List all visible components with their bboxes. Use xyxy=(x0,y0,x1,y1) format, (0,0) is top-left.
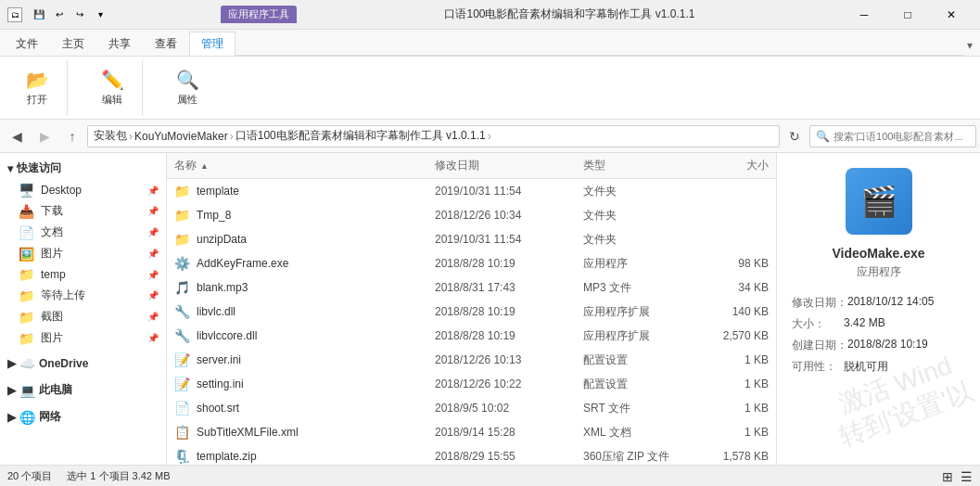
sidebar-item-temp[interactable]: 📁 temp 📌 xyxy=(0,264,166,285)
pin-icon-upload: 📌 xyxy=(147,290,159,301)
minimize-button[interactable]: ─ xyxy=(843,0,885,30)
file-name: Tmp_8 xyxy=(197,209,435,222)
file-name: shoot.srt xyxy=(197,402,435,415)
view-icons-btn[interactable]: ⊞ xyxy=(942,469,953,484)
ribbon-content: 📂 打开 ✏️ 编辑 🔍 属性 xyxy=(0,56,980,119)
edit-btn[interactable]: ✏️ 编辑 xyxy=(94,66,131,109)
address-bar[interactable]: 安装包 › KouYuMovieMaker › 口语100电影配音素材编辑和字幕… xyxy=(87,125,780,147)
sidebar-item-images[interactable]: 📁 图片 📌 xyxy=(0,327,166,349)
sort-icon: ▲ xyxy=(200,161,209,171)
pin-icon-images: 📌 xyxy=(147,333,159,343)
file-row[interactable]: ⚙️ AddKeyFrame.exe 2018/8/28 10:19 应用程序 … xyxy=(167,251,776,275)
file-icon: 📄 xyxy=(174,401,191,416)
detail-icon-area: 🎬 xyxy=(792,168,965,235)
refresh-button[interactable]: ↻ xyxy=(782,123,808,149)
detail-props: 修改日期： 2018/10/12 14:05 大小： 3.42 MB 创建日期：… xyxy=(792,295,965,375)
detail-modified-value: 2018/10/12 14:05 xyxy=(847,295,934,311)
file-area: 名称 ▲ 修改日期 类型 大小 📁 template 2019/10/31 11… xyxy=(167,153,776,465)
file-date: 2018/8/28 10:19 xyxy=(435,257,583,270)
app-icon: 🗂 xyxy=(7,7,22,22)
upload-icon: 📁 xyxy=(19,288,35,303)
file-row[interactable]: 📁 template 2019/10/31 11:54 文件夹 xyxy=(167,179,776,203)
detail-avail: 可用性： 脱机可用 xyxy=(792,359,965,375)
tab-view[interactable]: 查看 xyxy=(143,32,189,56)
qat-dropdown[interactable]: ▾ xyxy=(91,6,109,24)
file-row[interactable]: 📄 shoot.srt 2018/9/5 10:02 SRT 文件 1 KB xyxy=(167,396,776,420)
sidebar-item-download[interactable]: 📥 下载 📌 xyxy=(0,200,166,222)
file-type: 文件夹 xyxy=(583,208,694,224)
quick-access-header[interactable]: ▾ 快速访问 xyxy=(0,157,166,180)
file-row[interactable]: 📋 SubTitleXMLFile.xml 2018/9/14 15:28 XM… xyxy=(167,420,776,444)
detail-size: 大小： 3.42 MB xyxy=(792,316,965,332)
qat-redo[interactable]: ↪ xyxy=(70,6,89,24)
file-icon: 📋 xyxy=(174,425,191,440)
up-button[interactable]: ↑ xyxy=(59,123,85,149)
sidebar-item-pictures[interactable]: 🖼️ 图片 📌 xyxy=(0,243,166,264)
file-date: 2018/12/26 10:13 xyxy=(435,353,583,366)
file-row[interactable]: 🗜️ template.zip 2018/8/29 15:55 360压缩 ZI… xyxy=(167,444,776,465)
network-header[interactable]: ▶ 🌐 网络 xyxy=(0,405,166,428)
sidebar-item-upload[interactable]: 📁 等待上传 📌 xyxy=(0,285,166,306)
file-icon: 📁 xyxy=(174,184,191,198)
file-row[interactable]: 📝 setting.ini 2018/12/26 10:22 配置设置 1 KB xyxy=(167,372,776,396)
ribbon-group-edit: ✏️ 编辑 xyxy=(83,60,143,116)
app-tools-label: 应用程序工具 xyxy=(221,6,297,23)
file-name: libvlccore.dll xyxy=(197,329,435,342)
detail-filetype: 应用程序 xyxy=(792,264,965,280)
file-row[interactable]: 📁 unzipData 2019/10/31 11:54 文件夹 xyxy=(167,227,776,251)
window-controls: ─ □ ✕ xyxy=(843,0,973,30)
col-header-name[interactable]: 名称 ▲ xyxy=(174,158,435,173)
tab-file[interactable]: 文件 xyxy=(4,32,50,56)
search-box: 🔍 xyxy=(809,125,976,147)
file-row[interactable]: 🎵 blank.mp3 2018/8/31 17:43 MP3 文件 34 KB xyxy=(167,275,776,300)
file-row[interactable]: 🔧 libvlccore.dll 2018/8/28 10:19 应用程序扩展 … xyxy=(167,324,776,348)
col-header-type[interactable]: 类型 xyxy=(583,158,694,173)
ribbon-collapse[interactable]: ▾ xyxy=(963,35,976,56)
back-button[interactable]: ◀ xyxy=(4,123,30,149)
file-row[interactable]: 📁 Tmp_8 2018/12/26 10:34 文件夹 xyxy=(167,203,776,227)
thispc-header[interactable]: ▶ 💻 此电脑 xyxy=(0,378,166,402)
col-header-size[interactable]: 大小 xyxy=(694,158,769,173)
file-size: 34 KB xyxy=(694,281,769,294)
upload-label: 等待上传 xyxy=(41,288,85,303)
view-list-btn[interactable]: ☰ xyxy=(961,469,973,484)
tab-share[interactable]: 共享 xyxy=(96,32,143,56)
sidebar-item-desktop[interactable]: 🖥️ Desktop 📌 xyxy=(0,180,166,200)
onedrive-arrow: ▶ xyxy=(7,357,16,370)
open-btn[interactable]: 📂 打开 xyxy=(19,66,56,109)
file-icon: 🗜️ xyxy=(174,449,191,464)
status-right: ⊞ ☰ xyxy=(942,469,973,484)
detail-size-label: 大小： xyxy=(792,316,844,332)
file-name: SubTitleXMLFile.xml xyxy=(197,426,435,439)
screenshot-label: 截图 xyxy=(41,309,63,325)
properties-btn[interactable]: 🔍 属性 xyxy=(169,66,206,109)
tab-home[interactable]: 主页 xyxy=(50,32,96,56)
sidebar-item-screenshot[interactable]: 📁 截图 📌 xyxy=(0,306,166,327)
sidebar-item-docs[interactable]: 📄 文档 📌 xyxy=(0,222,166,243)
qat-undo[interactable]: ↩ xyxy=(50,6,69,24)
file-icon: 📝 xyxy=(174,352,191,367)
forward-button[interactable]: ▶ xyxy=(32,123,57,149)
file-type: SRT 文件 xyxy=(583,401,694,416)
file-size: 98 KB xyxy=(694,257,769,270)
col-header-date[interactable]: 修改日期 xyxy=(435,158,583,173)
network-icon: 🌐 xyxy=(19,410,35,425)
images-icon: 📁 xyxy=(19,331,35,346)
file-row[interactable]: 📝 server.ini 2018/12/26 10:13 配置设置 1 KB xyxy=(167,348,776,372)
onedrive-header[interactable]: ▶ ☁️ OneDrive xyxy=(0,352,166,375)
title-bar-icons: 🗂 xyxy=(7,7,22,22)
file-name: template xyxy=(197,185,435,198)
qat-save[interactable]: 💾 xyxy=(30,6,48,24)
maximize-button[interactable]: □ xyxy=(886,0,929,30)
search-input[interactable] xyxy=(834,131,970,142)
file-size: 140 KB xyxy=(694,305,769,318)
sidebar: ▾ 快速访问 🖥️ Desktop 📌 📥 下载 📌 📄 文档 📌 🖼️ 图片 xyxy=(0,153,167,465)
file-date: 2019/10/31 11:54 xyxy=(435,233,583,246)
file-date: 2018/12/26 10:34 xyxy=(435,209,583,222)
close-button[interactable]: ✕ xyxy=(930,0,973,30)
file-row[interactable]: 🔧 libvlc.dll 2018/8/28 10:19 应用程序扩展 140 … xyxy=(167,300,776,324)
file-icon: 🔧 xyxy=(174,304,191,319)
detail-filename: VideoMake.exe xyxy=(792,246,965,261)
tab-manage[interactable]: 管理 xyxy=(189,32,235,56)
desktop-label: Desktop xyxy=(41,184,82,197)
